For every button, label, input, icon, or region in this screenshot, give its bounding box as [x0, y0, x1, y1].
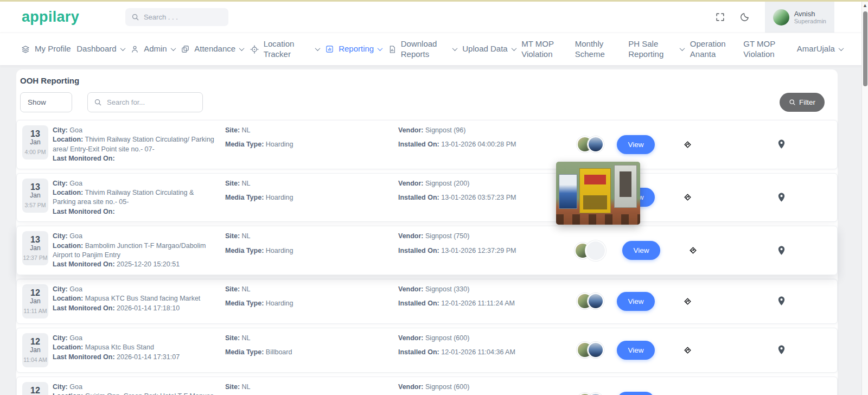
nav-label: Location Tracker [264, 39, 311, 60]
location-label: Location: [53, 242, 83, 250]
media-type-label: Media Type: [225, 348, 264, 356]
map-pin-icon[interactable] [777, 284, 837, 318]
directions-icon[interactable] [661, 125, 713, 164]
last-monitored-line: Last Monitored On: [53, 207, 218, 216]
photo-thumbnail[interactable] [588, 293, 604, 309]
directions-icon[interactable] [667, 231, 719, 270]
map-pin-icon[interactable] [777, 125, 837, 164]
chevron-down-icon [680, 46, 685, 51]
map-pin-icon[interactable] [777, 382, 837, 395]
map-pin-icon[interactable] [777, 333, 837, 367]
nav-item-attendance[interactable]: Attendance [181, 44, 244, 54]
chevron-down-icon [378, 46, 383, 51]
filter-search-icon [789, 99, 796, 106]
city-line: City: Goa [53, 383, 218, 392]
photo-thumbnails[interactable] [564, 125, 617, 164]
row-spacer [713, 284, 777, 318]
photo-thumbnail[interactable] [588, 136, 604, 152]
nav-item-location-tracker[interactable]: Location Tracker [250, 39, 320, 60]
date-day: 12 [22, 386, 48, 395]
last-monitored-value: 2025-12-20 15:20:51 [117, 260, 180, 268]
user-profile-chip[interactable]: Avnish Superadmin [765, 2, 834, 33]
photo-thumbnails[interactable] [564, 231, 617, 270]
photo-thumbnails[interactable] [564, 333, 617, 367]
location-column: City: Goa Location: Mapusa KTC Bus Stand… [53, 284, 225, 318]
city-value: Goa [69, 383, 82, 391]
user-name: Avnish [794, 10, 826, 18]
scrollbar-up-arrow[interactable]: ▲ [862, 2, 868, 9]
nav-label: PH Sale Reporting [628, 39, 676, 60]
search-icon [131, 13, 139, 21]
nav-item-upload-data[interactable]: Upload Data [462, 44, 515, 54]
date-time: 12:37 PM [22, 254, 48, 261]
report-row: 12 Jan 10:26 AM City: Goa Location: Guir… [16, 377, 838, 395]
site-column: Site: NL Media Type: Billboard [225, 333, 398, 367]
location-column: City: Goa Location: Thivim Railway Stati… [53, 125, 225, 164]
last-monitored-label: Last Monitored On: [53, 353, 115, 361]
photo-thumbnail[interactable] [588, 342, 604, 358]
photo-thumbnails[interactable] [564, 284, 617, 318]
location-line: Location: Mapusa Ktc Bus Stand [53, 343, 218, 352]
installed-value: 13-01-2026 03:57:23 PM [441, 194, 516, 201]
view-button[interactable]: View [617, 135, 655, 154]
site-value: NL [242, 285, 251, 293]
installed-line: Installed On: 13-01-2026 03:57:23 PM [398, 193, 564, 202]
directions-icon[interactable] [661, 179, 713, 217]
list-search-box[interactable] [87, 92, 203, 112]
nav-item-dashboard[interactable]: Dashboard [76, 44, 124, 54]
vendor-label: Vendor: [398, 285, 424, 293]
nav-label: Monthly Scheme [575, 39, 623, 60]
date-time: 4:00 PM [22, 149, 48, 155]
nav-item-gt-mop-violation[interactable]: GT MOP Violation [743, 39, 791, 60]
nav-item-reporting[interactable]: Reporting [325, 44, 382, 54]
list-search-input[interactable] [107, 98, 194, 106]
global-search-input[interactable] [144, 13, 214, 21]
site-label: Site: [225, 180, 240, 187]
view-button[interactable]: View [617, 392, 655, 395]
view-button[interactable]: View [617, 292, 655, 311]
city-line: City: Goa [53, 285, 218, 294]
photo-thumbnail-hovered[interactable] [585, 240, 606, 261]
location-line: Location: Guirim Opp. Green Park Hotel T… [53, 392, 218, 395]
installed-label: Installed On: [398, 141, 439, 148]
installed-line: Installed On: 13-01-2026 04:00:28 PM [398, 140, 564, 149]
row-spacer [713, 125, 777, 164]
dark-mode-moon-icon[interactable] [739, 12, 750, 22]
nav-item-my-profile[interactable]: My Profile [21, 44, 71, 54]
page-scrollbar[interactable]: ▲ [861, 2, 868, 395]
nav-item-download-reports[interactable]: Download Reports [388, 39, 457, 60]
photo-thumbnails[interactable] [564, 382, 617, 395]
vendor-column: Vendor: Signpost (600) Installed On: 12-… [398, 333, 564, 367]
directions-icon[interactable] [661, 333, 713, 367]
vendor-column: Vendor: Signpost (750) Installed On: 13-… [398, 231, 564, 270]
city-label: City: [53, 383, 68, 391]
nav-item-mt-mop-violation[interactable]: MT MOP Violation [521, 39, 569, 60]
chevron-down-icon [120, 46, 125, 51]
directions-icon[interactable] [661, 284, 713, 318]
installed-label: Installed On: [398, 300, 439, 307]
map-pin-icon[interactable] [777, 231, 837, 270]
app-logo: appilary [22, 9, 79, 26]
location-label: Location: [53, 392, 83, 395]
view-button[interactable]: View [617, 341, 655, 360]
nav-item-amarujala[interactable]: AmarUjala [797, 44, 843, 54]
chevron-down-icon [838, 46, 844, 51]
photo-thumbnail[interactable] [588, 393, 604, 395]
nav-item-monthly-scheme[interactable]: Monthly Scheme [575, 39, 623, 60]
map-pin-icon[interactable] [777, 179, 837, 217]
global-search-box[interactable] [125, 8, 228, 26]
nav-item-ph-sale-reporting[interactable]: PH Sale Reporting [628, 39, 684, 60]
last-monitored-line: Last Monitored On: 2026-01-14 17:31:07 [53, 353, 218, 362]
media-type-label: Media Type: [225, 194, 264, 201]
view-button[interactable]: View [622, 241, 660, 260]
city-label: City: [53, 334, 68, 342]
filter-button[interactable]: Filter [780, 93, 825, 112]
scrollbar-thumb[interactable] [863, 11, 867, 86]
fullscreen-icon[interactable] [715, 12, 725, 22]
chevron-down-icon [452, 46, 457, 51]
directions-icon[interactable] [661, 382, 713, 395]
nav-item-admin[interactable]: Admin [130, 44, 175, 54]
show-select[interactable]: Show [20, 92, 72, 112]
nav-item-operation-ananta[interactable]: Operation Ananta [690, 39, 738, 60]
nav-label: Operation Ananta [690, 39, 738, 60]
